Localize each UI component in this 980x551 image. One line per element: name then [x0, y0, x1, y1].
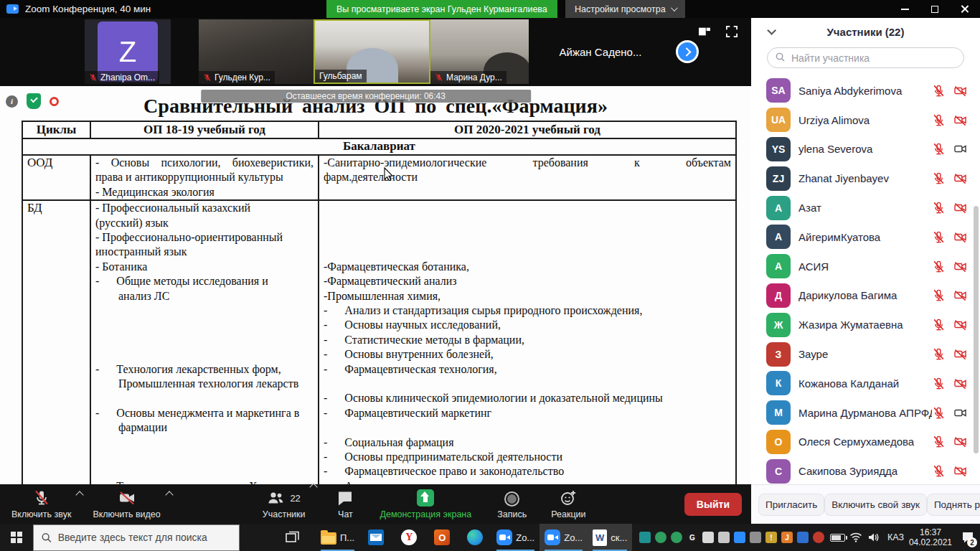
- reactions-button[interactable]: Реакции: [544, 484, 593, 524]
- table-text-line: -Фармацевтический анализ: [324, 274, 731, 288]
- participant-row[interactable]: Ж Жазира Жуматаевна: [751, 310, 980, 339]
- participant-row[interactable]: A АСИЯ: [751, 252, 980, 281]
- chat-button[interactable]: Чат: [329, 484, 361, 524]
- video-tile[interactable]: Марина Дур...: [430, 19, 529, 84]
- participant-row[interactable]: О Олеся Сермухамедова: [751, 428, 980, 457]
- task-view-icon[interactable]: [277, 524, 307, 551]
- table-text-line: анализ ЛС: [95, 289, 314, 303]
- table-text-line: [324, 230, 731, 245]
- microphone-icon[interactable]: [718, 532, 730, 543]
- start-button[interactable]: [0, 524, 33, 551]
- mic-muted-icon: [435, 73, 443, 82]
- taskbar-office[interactable]: O: [425, 524, 458, 551]
- volume-icon[interactable]: [867, 532, 880, 542]
- remaining-time-tooltip: Оставшееся время конференции: 06:43: [201, 90, 531, 103]
- participant-row[interactable]: UA Urziya Alimova: [751, 105, 980, 135]
- table-text-line: [95, 435, 314, 450]
- participants-button[interactable]: 22 Участники: [255, 484, 313, 524]
- table-text-line: [324, 216, 731, 230]
- taskbar-clock[interactable]: 16:37 04.02.2021: [909, 527, 952, 547]
- start-video-label: Включить видео: [93, 509, 160, 519]
- video-tile[interactable]: Гульден Кур...: [199, 19, 314, 84]
- mic-muted-icon: [932, 435, 946, 448]
- table-header-row: Циклы ОП 18-19 учебный год ОП 2020-2021 …: [22, 121, 736, 138]
- participant-row[interactable]: С Сакипова Зуриядда: [751, 456, 980, 484]
- network-icon[interactable]: [797, 532, 809, 543]
- clock-time: 16:37: [909, 527, 952, 537]
- mic-muted-icon: [89, 73, 98, 82]
- battery-icon[interactable]: [830, 534, 845, 542]
- video-tile-name-only[interactable]: Айжан Садено...: [529, 19, 672, 84]
- participant-row[interactable]: SA Saniya Abdykerimova: [751, 76, 980, 105]
- antenna-icon[interactable]: [639, 532, 651, 543]
- participant-row[interactable]: YS ylena Severova: [751, 135, 980, 164]
- taskbar-zoom-window-2[interactable]: Zo...: [540, 524, 588, 551]
- security-warning-icon[interactable]: !: [765, 532, 777, 543]
- participant-row[interactable]: A АйгеримКуатова: [751, 222, 980, 252]
- maximize-button[interactable]: [920, 0, 950, 18]
- collapse-chevron-icon[interactable]: [767, 26, 776, 35]
- search-participant-input[interactable]: [767, 47, 964, 68]
- start-video-button[interactable]: Включить видео: [85, 484, 167, 524]
- taskbar-file-explorer[interactable]: П...: [316, 524, 359, 551]
- display-icon[interactable]: [750, 532, 761, 543]
- leave-meeting-button[interactable]: Выйти: [684, 493, 742, 516]
- view-settings-button[interactable]: Настройки просмотра: [565, 0, 685, 18]
- camera-off-icon: [953, 84, 967, 98]
- participant-row[interactable]: К Кожанова Калданай: [751, 369, 980, 398]
- participant-name: Сакипова Зуриядда: [798, 465, 932, 477]
- participant-row[interactable]: A Азат: [751, 193, 980, 222]
- taskbar-search[interactable]: [33, 524, 240, 551]
- camera-off-icon: [953, 435, 967, 448]
- panel-footer-button[interactable]: Включить свой звук: [824, 494, 927, 516]
- taskbar-search-input[interactable]: [58, 532, 231, 543]
- notification-center[interactable]: 2: [958, 524, 977, 551]
- language-indicator[interactable]: КАЗ: [887, 532, 904, 542]
- participant-name: АСИЯ: [798, 260, 932, 273]
- taskbar-edge[interactable]: [458, 524, 491, 551]
- next-participants-button[interactable]: [676, 40, 699, 63]
- close-button[interactable]: [950, 0, 980, 18]
- zoom-tray-icon[interactable]: [734, 532, 745, 543]
- scrollbar-thumb[interactable]: [974, 206, 979, 453]
- notification-count-badge: 2: [967, 537, 977, 547]
- taskbar-yandex-browser[interactable]: Y: [392, 524, 425, 551]
- taskbar-zoom-window-1[interactable]: Zo...: [491, 524, 540, 551]
- participant-row[interactable]: Д Дарикулова Багима: [751, 281, 980, 311]
- video-tile[interactable]: Z Zhanipa Om...: [85, 19, 171, 84]
- camera-off-icon: [118, 489, 136, 507]
- participants-footer: ПригласитьВключить свой звукПоднять руку: [751, 484, 980, 524]
- record-button[interactable]: Запись: [490, 484, 534, 524]
- column-header: ОП 2020-2021 учебный год: [319, 121, 736, 138]
- panel-footer-button[interactable]: Поднять руку: [927, 494, 980, 516]
- minimize-button[interactable]: [890, 0, 920, 18]
- video-tile-active-speaker[interactable]: Гульбарам: [314, 19, 430, 84]
- wifi-icon[interactable]: [849, 532, 862, 542]
- java-icon[interactable]: J: [781, 532, 793, 543]
- adguard-icon[interactable]: [655, 532, 666, 543]
- table-text-line: - Фармацевтический маркетинг: [324, 406, 731, 420]
- panel-footer-button[interactable]: Пригласить: [758, 494, 824, 516]
- info-icon[interactable]: [6, 95, 18, 108]
- table-text-line: [324, 377, 731, 391]
- table-text-line: [95, 303, 314, 318]
- taskbar-mail[interactable]: [359, 524, 392, 551]
- logitech-icon[interactable]: G: [687, 532, 698, 543]
- gallery-view-icon[interactable]: [698, 26, 711, 37]
- onedrive-icon[interactable]: [702, 532, 714, 543]
- word-icon: W: [593, 529, 607, 546]
- fullscreen-icon[interactable]: [725, 26, 738, 37]
- globe-icon[interactable]: [671, 532, 682, 543]
- taskbar-word-document[interactable]: Wск...: [588, 524, 632, 551]
- muted-speaker-icon[interactable]: [813, 532, 824, 543]
- shared-screen-content: Оставшееся время конференции: 06:43 Срав…: [0, 86, 751, 484]
- participant-row[interactable]: М Марина Дурманова АПРФД РК: [751, 398, 980, 428]
- participant-row[interactable]: З Зауре: [751, 339, 980, 369]
- unmute-button[interactable]: Включить звук: [4, 484, 78, 524]
- avatar: С: [766, 459, 791, 484]
- share-screen-icon: [417, 489, 434, 507]
- participant-row[interactable]: ZJ Zhanat Jiyenbayev: [751, 164, 980, 193]
- table-text-line: -Фармацевтическая ботаника,: [324, 260, 731, 274]
- share-screen-button[interactable]: Демонстрация экрана: [372, 484, 479, 524]
- mic-muted-icon: [932, 142, 946, 156]
